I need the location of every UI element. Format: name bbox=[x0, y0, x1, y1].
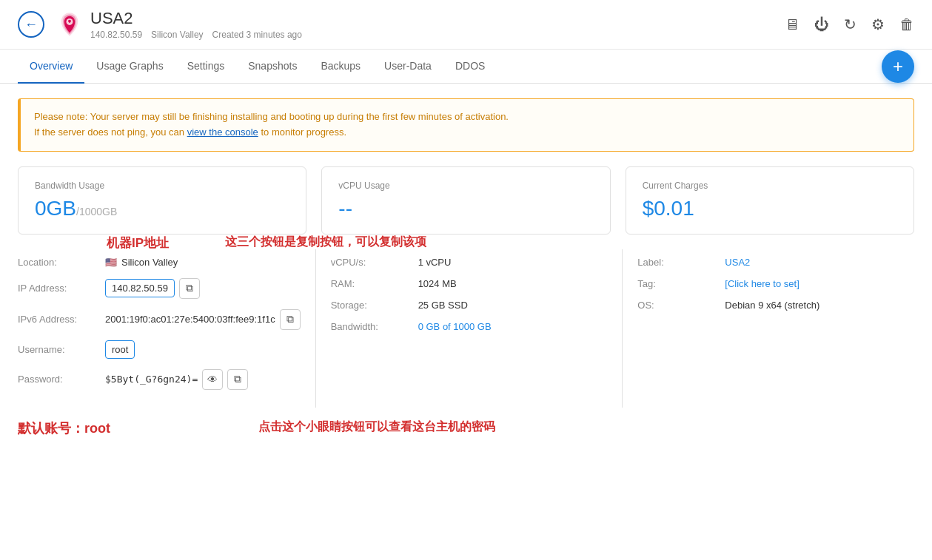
annotation-account: 默认账号：root bbox=[18, 419, 110, 437]
annotation-copy: 这三个按钮是复制按钮，可以复制该项 bbox=[225, 235, 426, 250]
monitor-icon[interactable]: 🖥 bbox=[785, 16, 799, 33]
server-name: USA2 bbox=[90, 9, 302, 28]
detail-bandwidth: Bandwidth: 0 GB of 1000 GB bbox=[331, 321, 608, 332]
vcpu-key: vCPU/s: bbox=[331, 257, 412, 268]
stat-bandwidth: Bandwidth Usage 0GB/1000GB bbox=[18, 166, 306, 235]
stat-charges-value: $0.01 bbox=[643, 197, 897, 220]
tabs-bar: Overview Usage Graphs Settings Snapshots… bbox=[0, 50, 932, 84]
settings-icon[interactable]: ⚙ bbox=[871, 16, 885, 33]
alert-banner: Please note: Your server may still be fi… bbox=[18, 98, 914, 152]
ip-key: IP Address: bbox=[18, 283, 99, 294]
header: ← USA2 140.82.50.59 Silicon Valley Creat… bbox=[0, 0, 932, 50]
back-button[interactable]: ← bbox=[18, 11, 44, 38]
username-box: root bbox=[105, 340, 135, 359]
ram-val: 1024 MB bbox=[418, 278, 457, 289]
stat-charges: Current Charges $0.01 bbox=[626, 166, 914, 235]
vcpu-val: 1 vCPU bbox=[418, 257, 452, 268]
ram-key: RAM: bbox=[331, 278, 412, 289]
label-key: Label: bbox=[637, 257, 719, 268]
ip-box: 140.82.50.59 bbox=[105, 279, 175, 297]
stat-vcpu: vCPU Usage -- bbox=[321, 166, 610, 235]
mid-detail-col: vCPU/s: 1 vCPU RAM: 1024 MB Storage: 25 … bbox=[331, 249, 608, 408]
stat-bandwidth-label: Bandwidth Usage bbox=[35, 181, 289, 191]
delete-icon[interactable]: 🗑 bbox=[899, 16, 914, 33]
tag-key: Tag: bbox=[637, 278, 719, 289]
refresh-icon[interactable]: ↻ bbox=[844, 16, 856, 33]
ip-val: 140.82.50.59 ⧉ bbox=[105, 278, 200, 299]
power-icon[interactable]: ⏻ bbox=[814, 16, 829, 33]
detail-username: Username: root bbox=[18, 340, 301, 359]
stat-bandwidth-value: 0GB/1000GB bbox=[35, 197, 289, 220]
divider-1 bbox=[315, 249, 316, 408]
flag-icon: 🇺🇸 bbox=[105, 257, 117, 268]
alert-line1: Please note: Your server may still be fi… bbox=[34, 111, 509, 122]
detail-password: Password: $5Byt(_G?6gn24)= 👁 ⧉ bbox=[18, 369, 301, 390]
stat-vcpu-label: vCPU Usage bbox=[338, 181, 593, 191]
tab-backups[interactable]: Backups bbox=[309, 50, 372, 84]
debian-logo bbox=[56, 11, 83, 38]
storage-val: 25 GB SSD bbox=[418, 300, 468, 311]
ipv6-text: 2001:19f0:ac01:27e:5400:03ff:fee9:1f1c bbox=[105, 314, 275, 325]
console-link[interactable]: view the console bbox=[187, 126, 258, 138]
username-val: root bbox=[105, 340, 135, 359]
stats-row: Bandwidth Usage 0GB/1000GB vCPU Usage --… bbox=[18, 166, 914, 235]
left-detail-col: Location: 🇺🇸 Silicon Valley IP Address: … bbox=[18, 249, 301, 408]
server-created: Created 3 minutes ago bbox=[212, 30, 302, 40]
detail-ipv6: IPv6 Address: 2001:19f0:ac01:27e:5400:03… bbox=[18, 309, 301, 330]
right-detail-col: Label: USA2 Tag: [Click here to set] OS:… bbox=[637, 249, 914, 408]
copy-ipv6-button[interactable]: ⧉ bbox=[280, 309, 301, 330]
detail-storage: Storage: 25 GB SSD bbox=[331, 300, 608, 311]
copy-ip-button[interactable]: ⧉ bbox=[179, 278, 200, 299]
detail-tag: Tag: [Click here to set] bbox=[637, 278, 914, 289]
detail-label: Label: USA2 bbox=[637, 257, 914, 268]
location-val: 🇺🇸 Silicon Valley bbox=[105, 257, 178, 268]
os-val: Debian 9 x64 (stretch) bbox=[725, 300, 819, 311]
ipv6-val: 2001:19f0:ac01:27e:5400:03ff:fee9:1f1c ⧉ bbox=[105, 309, 301, 330]
server-info: USA2 140.82.50.59 Silicon Valley Created… bbox=[90, 9, 302, 40]
divider-2 bbox=[622, 249, 623, 408]
alert-line2-end: to monitor progress. bbox=[258, 126, 346, 138]
bandwidth-val: 0 GB of 1000 GB bbox=[418, 321, 492, 332]
server-location: Silicon Valley bbox=[151, 30, 203, 40]
tab-user-data[interactable]: User-Data bbox=[372, 50, 443, 84]
password-text: $5Byt(_G?6gn24)= bbox=[105, 374, 198, 385]
detail-location: Location: 🇺🇸 Silicon Valley bbox=[18, 257, 301, 268]
annotation-password: 点击这个小眼睛按钮可以查看这台主机的密码 bbox=[258, 419, 495, 437]
label-val: USA2 bbox=[725, 257, 750, 268]
tag-val[interactable]: [Click here to set] bbox=[725, 278, 799, 289]
stat-vcpu-value: -- bbox=[338, 197, 593, 220]
location-key: Location: bbox=[18, 257, 99, 268]
detail-sections: Location: 🇺🇸 Silicon Valley IP Address: … bbox=[18, 249, 914, 408]
stat-charges-label: Current Charges bbox=[643, 181, 897, 191]
detail-vcpu: vCPU/s: 1 vCPU bbox=[331, 257, 608, 268]
tab-overview[interactable]: Overview bbox=[18, 50, 84, 84]
fab-add-button[interactable]: + bbox=[882, 50, 914, 83]
detail-ip: IP Address: 140.82.50.59 ⧉ bbox=[18, 278, 301, 299]
detail-os: OS: Debian 9 x64 (stretch) bbox=[637, 300, 914, 311]
password-key: Password: bbox=[18, 374, 99, 385]
os-key: OS: bbox=[637, 300, 719, 311]
detail-ram: RAM: 1024 MB bbox=[331, 278, 608, 289]
toggle-password-button[interactable]: 👁 bbox=[202, 369, 223, 390]
ipv6-key: IPv6 Address: bbox=[18, 314, 99, 325]
bandwidth-key: Bandwidth: bbox=[331, 321, 412, 332]
storage-key: Storage: bbox=[331, 300, 412, 311]
tab-snapshots[interactable]: Snapshots bbox=[236, 50, 309, 84]
alert-line2: If the server does not ping, you can bbox=[34, 126, 187, 138]
bottom-annotations: 默认账号：root 点击这个小眼睛按钮可以查看这台主机的密码 bbox=[18, 419, 914, 437]
copy-password-button[interactable]: ⧉ bbox=[227, 369, 248, 390]
tab-settings[interactable]: Settings bbox=[175, 50, 237, 84]
password-val: $5Byt(_G?6gn24)= 👁 ⧉ bbox=[105, 369, 248, 390]
tab-usage-graphs[interactable]: Usage Graphs bbox=[84, 50, 175, 84]
tab-ddos[interactable]: DDOS bbox=[443, 50, 497, 84]
username-key: Username: bbox=[18, 344, 99, 355]
server-ip: 140.82.50.59 bbox=[90, 30, 142, 40]
header-actions: 🖥 ⏻ ↻ ⚙ 🗑 bbox=[785, 16, 914, 33]
